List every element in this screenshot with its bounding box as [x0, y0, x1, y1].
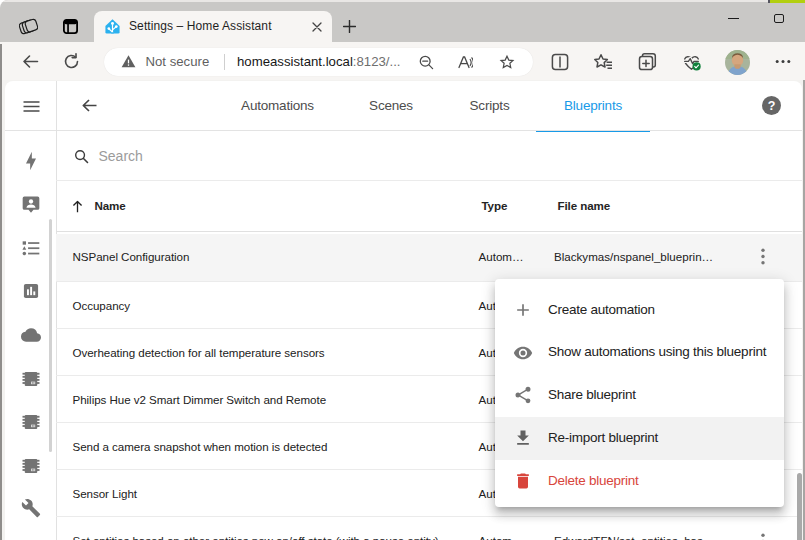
svg-text:?: ?	[768, 99, 776, 113]
